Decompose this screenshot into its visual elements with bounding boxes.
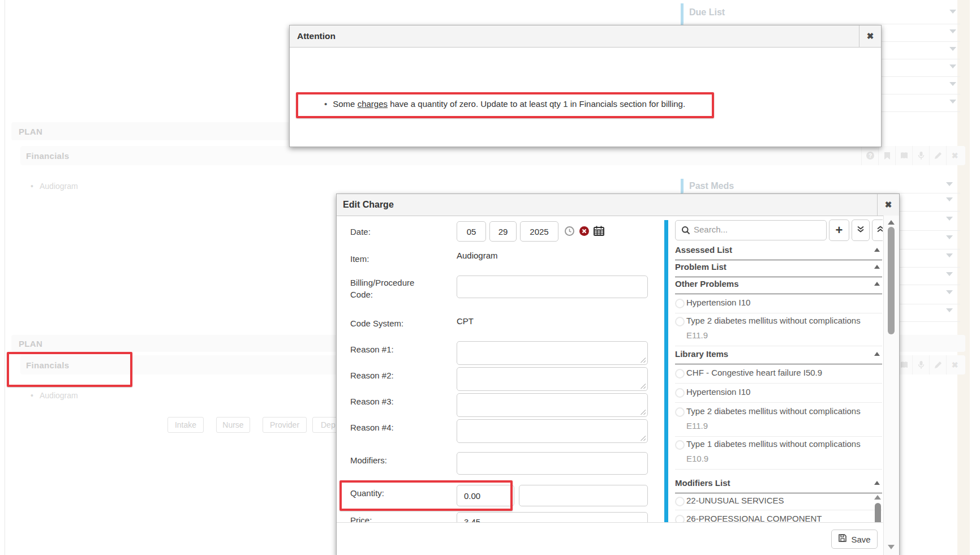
dropdown-arrow-icon[interactable] xyxy=(949,82,956,86)
dropdown-arrow-icon[interactable] xyxy=(946,182,953,186)
expand-all-button[interactable] xyxy=(852,220,870,241)
radio-button[interactable] xyxy=(675,388,685,398)
item-value: Audiogram xyxy=(457,251,498,260)
dropdown-arrow-icon[interactable] xyxy=(946,197,953,201)
search-input[interactable]: Search... xyxy=(675,220,827,240)
date-day-input[interactable]: 29 xyxy=(489,221,517,242)
edit-charge-body: Date: 05 29 2025 Item: Audiogram Billing… xyxy=(337,216,883,522)
clear-date-icon[interactable] xyxy=(579,226,590,239)
calendar-icon[interactable] xyxy=(594,226,604,238)
list-item-code: E11.9 xyxy=(686,330,708,340)
list-item[interactable]: Hypertension I10 xyxy=(686,298,750,307)
list-item[interactable]: Type 2 diabetes mellitus without complic… xyxy=(686,406,861,416)
dropdown-arrow-icon[interactable] xyxy=(949,29,956,33)
close-icon[interactable]: ✖ xyxy=(859,25,881,47)
dropdown-arrow-icon[interactable] xyxy=(946,272,953,276)
remove-x-icon[interactable]: ✖ xyxy=(946,146,963,165)
search-placeholder: Search... xyxy=(694,225,728,234)
dropdown-arrow-icon[interactable] xyxy=(946,290,953,294)
book-icon[interactable] xyxy=(895,146,912,165)
radio-button[interactable] xyxy=(675,497,685,506)
item-divider xyxy=(675,346,882,346)
dropdown-arrow-icon[interactable] xyxy=(946,235,953,239)
dropdown-arrow-icon[interactable] xyxy=(949,10,956,14)
list-scrollbar-thumb[interactable] xyxy=(875,503,881,522)
audiogram-item[interactable]: Audiogram xyxy=(40,182,78,191)
reason4-textarea[interactable] xyxy=(457,419,648,443)
reason1-textarea[interactable] xyxy=(457,341,648,365)
list-item[interactable]: Hypertension I10 xyxy=(686,387,750,397)
audiogram-item[interactable]: Audiogram xyxy=(40,391,78,400)
date-month-value: 05 xyxy=(467,227,476,236)
save-button[interactable]: Save xyxy=(831,530,878,549)
list-item[interactable]: 26-PROFESSIONAL COMPONENT xyxy=(686,514,822,522)
problem-list-header[interactable]: Problem List xyxy=(675,262,727,272)
reason3-textarea[interactable] xyxy=(457,393,648,417)
dropdown-arrow-icon[interactable] xyxy=(946,217,953,221)
radio-button[interactable] xyxy=(675,515,685,522)
billing-code-label: Billing/Procedure Code: xyxy=(350,277,432,300)
edit-charge-footer: Save xyxy=(337,522,883,555)
dropdown-arrow-icon[interactable] xyxy=(949,64,956,68)
collapse-caret-icon[interactable] xyxy=(874,352,880,356)
date-month-input[interactable]: 05 xyxy=(457,221,486,242)
radio-button[interactable] xyxy=(675,440,685,450)
close-icon[interactable]: ✖ xyxy=(877,194,899,216)
other-problems-header[interactable]: Other Problems xyxy=(675,279,739,289)
edit-charge-dialog-header[interactable]: Edit Charge ✖ xyxy=(337,194,899,216)
financials-toolbar: ? ✖ xyxy=(861,146,963,165)
clock-icon[interactable] xyxy=(564,226,575,239)
collapse-all-button[interactable] xyxy=(872,220,883,241)
dialog-scrollbar[interactable] xyxy=(883,216,899,555)
modifiers-list-header[interactable]: Modifiers List xyxy=(675,478,730,488)
assessed-list-header[interactable]: Assessed List xyxy=(675,245,732,255)
list-item[interactable]: Type 2 diabetes mellitus without complic… xyxy=(686,316,861,325)
picker-accent-bar xyxy=(664,220,668,522)
collapse-caret-icon[interactable] xyxy=(874,282,880,286)
price-input[interactable]: 3.45 xyxy=(457,512,648,522)
bookmark-icon[interactable] xyxy=(878,146,895,165)
billing-code-input[interactable] xyxy=(457,276,648,298)
app-window: Due List Past Meds PLAN Financials ? ✖ xyxy=(0,0,980,555)
list-item[interactable]: 22-UNUSUAL SERVICES xyxy=(686,496,784,505)
scroll-up-icon[interactable] xyxy=(888,220,895,225)
provider-button[interactable]: Provider xyxy=(263,417,307,433)
intake-button[interactable]: Intake xyxy=(167,417,204,433)
dialog-scrollbar-thumb[interactable] xyxy=(888,227,895,334)
collapse-caret-icon[interactable] xyxy=(874,481,880,485)
nurse-button[interactable]: Nurse xyxy=(216,417,250,433)
attention-dialog-header[interactable]: Attention ✖ xyxy=(290,25,881,48)
radio-button[interactable] xyxy=(675,407,685,417)
microphone-icon[interactable] xyxy=(912,355,929,375)
code-system-value: CPT xyxy=(457,316,474,326)
page-right-gutter xyxy=(957,0,970,555)
reason2-textarea[interactable] xyxy=(457,367,648,391)
radio-button[interactable] xyxy=(675,299,685,308)
list-item[interactable]: CHF - Congestive heart failure I50.9 xyxy=(686,368,822,377)
edit-pencil-icon[interactable] xyxy=(929,146,946,165)
collapse-caret-icon[interactable] xyxy=(874,265,880,269)
page-left-border xyxy=(5,0,5,555)
dropdown-arrow-icon[interactable] xyxy=(949,47,956,51)
library-items-header[interactable]: Library Items xyxy=(675,349,728,359)
quantity-secondary-input[interactable] xyxy=(519,485,648,506)
scroll-down-icon[interactable] xyxy=(888,545,895,549)
list-item[interactable]: Type 1 diabetes mellitus without complic… xyxy=(686,439,861,449)
radio-button[interactable] xyxy=(675,369,685,378)
dropdown-arrow-icon[interactable] xyxy=(949,100,956,104)
help-icon[interactable]: ? xyxy=(861,146,878,165)
list-scroll-up-icon[interactable] xyxy=(874,495,881,500)
collapse-caret-icon[interactable] xyxy=(874,248,880,252)
dropdown-arrow-icon[interactable] xyxy=(946,308,953,312)
radio-button[interactable] xyxy=(675,317,685,326)
modifiers-input[interactable] xyxy=(457,452,648,475)
date-year-input[interactable]: 2025 xyxy=(520,221,558,242)
edit-pencil-icon[interactable] xyxy=(929,355,946,375)
dropdown-arrow-icon[interactable] xyxy=(946,253,953,257)
list-item-code: E11.9 xyxy=(686,421,708,431)
price-label: Price: xyxy=(350,514,372,522)
add-item-button[interactable]: + xyxy=(829,220,849,241)
microphone-icon[interactable] xyxy=(912,146,929,165)
remove-x-icon[interactable]: ✖ xyxy=(946,355,963,375)
attention-dialog-title: Attention xyxy=(297,31,336,41)
